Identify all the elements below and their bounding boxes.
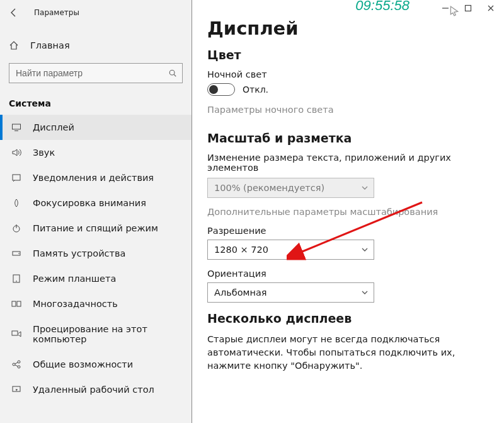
svg-point-16 [18,366,20,368]
sidebar-category: Система [0,90,192,112]
svg-point-14 [13,363,15,366]
section-multidisplay: Несколько дисплеев [207,311,489,325]
sidebar-header: Параметры [0,0,192,25]
night-light-toggle-row: Откл. [207,83,489,96]
orientation-label: Ориентация [207,269,489,279]
svg-line-1 [174,74,176,76]
scale-dropdown[interactable]: 100% (рекомендуется) [207,178,374,198]
svg-rect-4 [13,175,20,180]
svg-line-17 [15,362,18,364]
search-wrap [0,57,192,90]
sidebar-item-label: Дисплей [33,122,74,132]
clock-overlay: 09:55:58 [355,0,410,14]
maximize-button[interactable] [464,4,472,13]
close-button[interactable] [486,4,495,13]
app-title: Параметры [34,8,79,17]
multitask-icon [11,299,21,309]
nav-home-label: Главная [30,40,70,50]
sidebar-nav: Дисплей Звук Уведомления и действия Фоку… [0,115,192,402]
window-chrome [432,0,504,16]
sidebar-item-project[interactable]: Проецирование на этот компьютер [0,316,192,352]
chevron-down-icon [361,246,369,253]
night-light-toggle[interactable] [207,83,235,96]
scale-value: 100% (рекомендуется) [214,183,324,193]
orientation-dropdown[interactable]: Альбомная [207,282,374,303]
tablet-icon [11,274,21,284]
sidebar-item-label: Удаленный рабочий стол [33,385,154,395]
sidebar-item-tablet[interactable]: Режим планшета [0,266,192,291]
sidebar-item-label: Звук [33,148,55,158]
shared-icon [11,359,21,369]
advanced-scale-link[interactable]: Дополнительные параметры масштабирования [207,207,489,217]
toggle-state-label: Откл. [243,84,268,95]
svg-point-0 [169,70,175,75]
sidebar-item-label: Общие возможности [33,359,133,369]
svg-rect-19 [13,386,20,391]
notify-icon [11,173,21,183]
svg-rect-21 [466,6,471,11]
sidebar-item-remote[interactable]: Удаленный рабочий стол [0,377,192,402]
sidebar-item-label: Проецирование на этот компьютер [33,324,183,344]
main-content: 09:55:58 Дисплей Цвет Ночной свет Откл. … [192,0,504,423]
sidebar-item-notify[interactable]: Уведомления и действия [0,165,192,190]
sidebar-item-label: Многозадачность [33,299,118,309]
chevron-down-icon [361,289,369,296]
sidebar-item-multitask[interactable]: Многозадачность [0,291,192,316]
svg-line-18 [15,365,18,366]
svg-point-15 [18,361,20,363]
chevron-down-icon [361,184,369,192]
sidebar: Параметры Главная Система Дисплей [0,0,192,423]
back-button[interactable] [9,8,19,18]
power-icon [11,223,21,233]
scale-description: Изменение размера текста, приложений и д… [207,153,489,173]
minimize-button[interactable] [441,4,450,13]
sidebar-item-focus[interactable]: Фокусировка внимания [0,190,192,216]
resolution-label: Разрешение [207,226,489,236]
sidebar-item-display[interactable]: Дисплей [0,115,192,140]
sound-icon [11,148,21,158]
sidebar-item-shared[interactable]: Общие возможности [0,352,192,377]
storage-icon [11,248,21,258]
sidebar-item-label: Режим планшета [33,274,116,284]
remote-icon [11,385,21,395]
search-box[interactable] [9,63,183,83]
sidebar-item-label: Уведомления и действия [33,173,154,183]
svg-point-8 [18,253,20,254]
sidebar-item-label: Фокусировка внимания [33,198,146,208]
home-icon [9,40,19,50]
multidisplay-description: Старые дисплеи могут не всегда подключат… [207,333,489,373]
search-icon [168,69,177,78]
orientation-value: Альбомная [214,287,267,298]
resolution-dropdown[interactable]: 1280 × 720 [207,240,374,260]
sidebar-item-label: Питание и спящий режим [33,223,158,233]
sidebar-item-label: Память устройства [33,248,125,258]
nav-home[interactable]: Главная [0,34,192,57]
night-light-label: Ночной свет [207,69,489,79]
focus-icon [11,198,21,208]
svg-rect-2 [13,124,21,129]
sidebar-item-power[interactable]: Питание и спящий режим [0,216,192,241]
project-icon [11,329,21,339]
section-color: Цвет [207,48,489,62]
search-input[interactable] [9,68,182,78]
svg-rect-12 [17,301,21,306]
display-icon [11,122,21,132]
sidebar-item-storage[interactable]: Память устройства [0,241,192,266]
section-scale: Масштаб и разметка [207,131,489,145]
svg-rect-11 [12,301,16,306]
night-light-settings-link[interactable]: Параметры ночного света [207,105,334,115]
svg-rect-13 [12,331,18,335]
sidebar-item-sound[interactable]: Звук [0,140,192,165]
page-title: Дисплей [207,18,489,39]
resolution-value: 1280 × 720 [214,245,268,255]
